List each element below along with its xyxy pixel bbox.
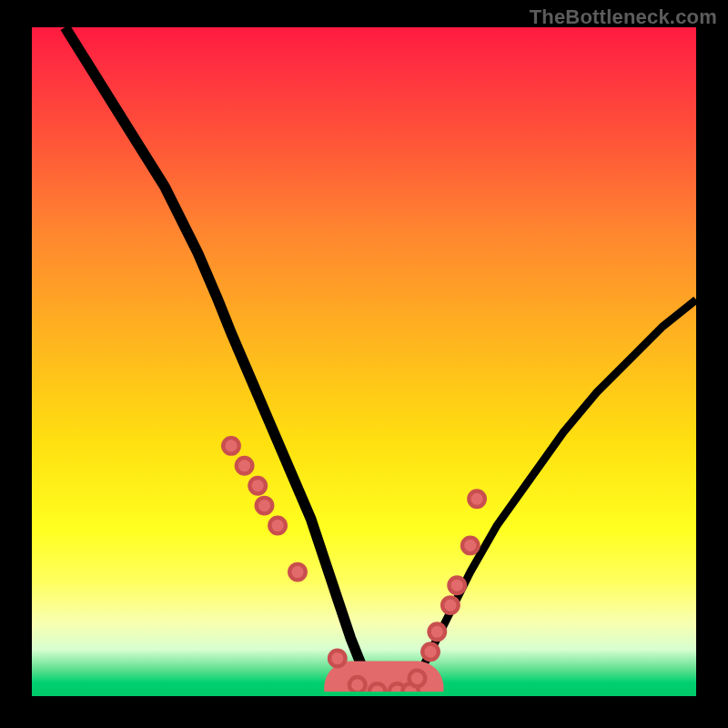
bottleneck-curve-right [378, 299, 696, 692]
marker-dot [442, 597, 459, 613]
marker-dot [329, 651, 346, 667]
marker-dot [223, 438, 239, 454]
chart-svg [32, 27, 696, 692]
marker-dot [269, 518, 286, 534]
marker-dot [462, 538, 479, 554]
marker-dot [369, 683, 386, 692]
marker-dot [469, 491, 485, 508]
marker-dot [257, 498, 273, 514]
marker-dot [449, 577, 465, 593]
bottleneck-curve-left [66, 27, 404, 692]
plot-area [32, 27, 696, 696]
marker-dot [289, 564, 306, 581]
marker-dot [410, 671, 426, 687]
marker-dot [349, 677, 366, 692]
marker-dot [249, 478, 266, 494]
watermark-text: TheBottleneck.com [530, 5, 717, 29]
marker-dot [237, 458, 253, 474]
marker-dot [422, 643, 439, 660]
marker-dot [430, 624, 446, 641]
